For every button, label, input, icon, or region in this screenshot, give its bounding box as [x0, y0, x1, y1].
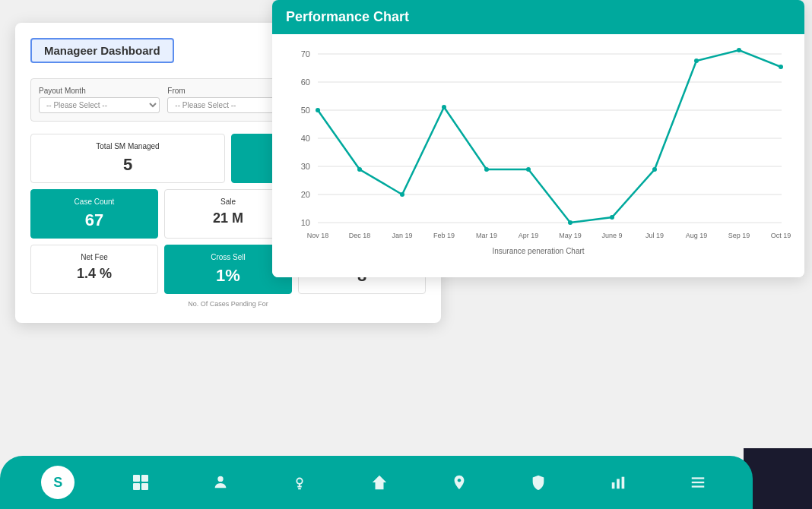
- performance-chart-card: Performance Chart 70 60 50 40 30 20 10: [272, 0, 804, 277]
- data-point-3: [442, 105, 446, 109]
- svg-text:Dec 18: Dec 18: [349, 232, 371, 239]
- svg-text:Nov 18: Nov 18: [307, 232, 329, 239]
- svg-text:Jan 19: Jan 19: [392, 232, 412, 239]
- data-point-5: [526, 167, 531, 172]
- from-label: From: [167, 87, 288, 95]
- svg-text:Aug 19: Aug 19: [686, 232, 708, 239]
- svg-point-31: [297, 479, 303, 484]
- svg-text:20: 20: [301, 190, 310, 199]
- svg-text:Sep 19: Sep 19: [728, 232, 750, 239]
- svg-text:Oct 19: Oct 19: [771, 232, 791, 239]
- svg-text:June 9: June 9: [601, 232, 622, 239]
- from-filter: From -- Please Select --: [167, 87, 288, 113]
- payout-month-select[interactable]: -- Please Select --: [39, 97, 160, 113]
- svg-rect-28: [133, 483, 140, 490]
- case-count-value: 67: [40, 210, 148, 230]
- total-sm-label: Total SM Managed: [40, 142, 215, 150]
- total-sm-value: 5: [40, 155, 215, 175]
- svg-text:May 19: May 19: [559, 232, 582, 239]
- payout-month-label: Payout Month: [39, 87, 160, 95]
- sale-label: Sale: [174, 198, 282, 206]
- svg-rect-35: [622, 477, 625, 489]
- svg-rect-26: [133, 475, 140, 482]
- svg-rect-33: [612, 482, 615, 488]
- chart-line: [318, 50, 781, 223]
- svg-text:60: 60: [301, 77, 310, 87]
- total-sm-stat: Total SM Managed 5: [30, 134, 225, 183]
- data-point-0: [316, 108, 320, 112]
- svg-text:Feb 19: Feb 19: [433, 232, 455, 239]
- data-point-7: [610, 215, 614, 220]
- payout-month-filter: Payout Month -- Please Select --: [39, 87, 160, 113]
- svg-rect-29: [141, 483, 148, 490]
- data-point-1: [357, 167, 362, 172]
- sale-value: 21 M: [174, 210, 282, 226]
- person-icon[interactable]: [207, 469, 234, 496]
- bulb-icon[interactable]: [286, 469, 313, 496]
- pending-label: No. Of Cases Pending For: [30, 300, 426, 308]
- data-point-9: [694, 58, 699, 63]
- case-count-label: Case Count: [40, 198, 148, 206]
- home-icon[interactable]: [366, 469, 393, 496]
- data-point-10: [737, 48, 741, 52]
- location-icon[interactable]: [446, 469, 473, 496]
- svg-text:50: 50: [301, 106, 310, 115]
- bottom-nav: S: [0, 456, 753, 509]
- svg-rect-34: [617, 479, 620, 488]
- svg-text:40: 40: [301, 134, 310, 143]
- data-point-2: [400, 192, 404, 197]
- svg-rect-27: [141, 475, 148, 482]
- cross-sell-label: Cross Sell: [174, 253, 282, 261]
- shield-icon[interactable]: [525, 469, 552, 496]
- dark-block: [744, 448, 812, 509]
- data-point-11: [779, 65, 783, 69]
- chart-body: 70 60 50 40 30 20 10 Nov 18: [272, 34, 804, 277]
- net-fee-label: Net Fee: [40, 253, 148, 261]
- svg-text:Apr 19: Apr 19: [519, 232, 539, 239]
- svg-text:Mar 19: Mar 19: [476, 232, 497, 239]
- case-count-stat: Case Count 67: [30, 189, 158, 239]
- data-point-8: [652, 167, 657, 172]
- net-fee-value: 1.4 %: [40, 266, 148, 282]
- data-point-6: [568, 220, 573, 225]
- dashboard-icon[interactable]: [127, 469, 154, 496]
- chart-svg: 70 60 50 40 30 20 10 Nov 18: [284, 46, 792, 244]
- svg-text:30: 30: [301, 162, 310, 171]
- chart-title: Performance Chart: [272, 0, 804, 34]
- data-point-4: [484, 167, 489, 172]
- svg-text:70: 70: [301, 49, 310, 58]
- chart-icon[interactable]: [604, 469, 632, 496]
- menu-icon[interactable]: [684, 469, 712, 496]
- dashboard-title: Manageer Dashboard: [30, 38, 174, 63]
- svg-text:Jul 19: Jul 19: [645, 232, 664, 239]
- svg-text:10: 10: [301, 218, 310, 227]
- from-select[interactable]: -- Please Select --: [167, 97, 288, 113]
- svg-point-30: [217, 476, 223, 482]
- chart-footer-label: Insurance peneration Chart: [284, 247, 792, 263]
- svg-marker-32: [373, 476, 386, 489]
- cross-sell-value: 1%: [174, 266, 282, 286]
- net-fee-stat: Net Fee 1.4 %: [30, 245, 158, 294]
- nav-avatar[interactable]: S: [41, 466, 75, 499]
